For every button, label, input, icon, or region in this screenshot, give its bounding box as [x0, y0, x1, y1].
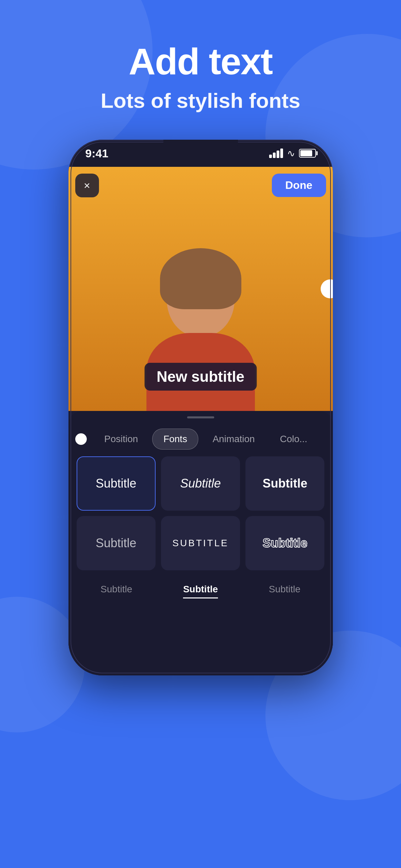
phone-device: 9:41 ∿ [68, 140, 333, 675]
bottom-tab-1[interactable]: Subtitle [101, 584, 132, 598]
status-time: 9:41 [85, 147, 108, 160]
page-subtitle: Lots of stylish fonts [0, 88, 401, 113]
close-button[interactable]: × [75, 174, 99, 197]
phone-wrapper: 9:41 ∿ [0, 140, 401, 675]
done-label: Done [285, 179, 313, 191]
font-option-1[interactable]: Subtitle [77, 456, 156, 511]
person-hair [160, 248, 241, 309]
signal-icon [269, 149, 283, 158]
done-button[interactable]: Done [272, 174, 326, 197]
status-icons: ∿ [269, 148, 316, 159]
font-label-4: Subtitle [96, 536, 136, 550]
page-title: Add text [0, 41, 401, 82]
bottom-subtitle-tabs: Subtitle Subtitle Subtitle [68, 574, 333, 605]
font-label-2: Subtitle [180, 476, 221, 491]
tab-position[interactable]: Position [94, 429, 149, 449]
header: Add text Lots of stylish fonts [0, 0, 401, 113]
phone-notch [163, 140, 238, 153]
font-option-3[interactable]: Subtitle [245, 456, 324, 511]
bottom-panel: Position Fonts Animation Colo... Su [68, 411, 333, 675]
battery-icon [299, 149, 316, 158]
font-option-6[interactable]: Subtitle [245, 516, 324, 570]
subtitle-overlay[interactable]: New subtitle [144, 363, 257, 391]
font-option-5[interactable]: SUBTITLE [161, 516, 240, 570]
font-option-4[interactable]: Subtitle [77, 516, 156, 570]
wifi-icon: ∿ [287, 148, 295, 159]
tab-color[interactable]: Colo... [269, 429, 318, 449]
tab-bar: Position Fonts Animation Colo... [68, 418, 333, 456]
person-head [167, 255, 235, 336]
font-label-3: Subtitle [263, 476, 307, 491]
bottom-tab-2[interactable]: Subtitle [183, 584, 218, 598]
font-label-1: Subtitle [96, 476, 136, 491]
screen-content: × Done New subtitle [68, 167, 333, 675]
font-grid: Subtitle Subtitle Subtitle Subtitle SUBT… [68, 456, 333, 570]
font-label-5: SUBTITLE [173, 538, 229, 549]
video-area: × Done New subtitle [68, 167, 333, 411]
close-icon: × [84, 180, 90, 191]
font-label-6: Subtitle [263, 536, 307, 550]
tab-dot-indicator [75, 433, 87, 445]
subtitle-display-text: New subtitle [157, 368, 244, 385]
font-option-2[interactable]: Subtitle [161, 456, 240, 511]
tab-fonts[interactable]: Fonts [152, 429, 198, 450]
tab-animation[interactable]: Animation [202, 429, 266, 449]
bottom-tab-3[interactable]: Subtitle [269, 584, 300, 598]
